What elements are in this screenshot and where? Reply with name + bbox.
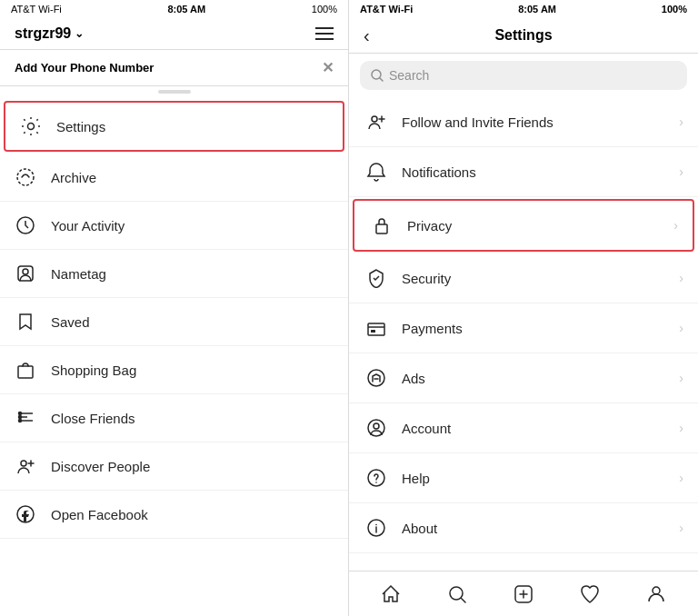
settings-header: ‹ Settings [349, 18, 698, 54]
chevron-right-icon: › [679, 114, 683, 129]
menu-item-archive[interactable]: Archive [0, 154, 348, 202]
svg-point-16 [372, 116, 377, 122]
svg-point-1 [17, 169, 34, 185]
shopping-bag-label: Shopping Bag [51, 363, 136, 378]
help-icon [364, 465, 389, 491]
left-time: 8:05 AM [167, 4, 205, 15]
saved-label: Saved [51, 314, 90, 330]
nametag-label: Nametag [51, 266, 106, 282]
settings-title: Settings [494, 27, 552, 44]
help-label: Help [402, 471, 679, 486]
notifications-icon [364, 159, 389, 184]
chevron-right-icon: › [679, 321, 683, 335]
drag-handle [158, 90, 191, 94]
security-icon [364, 265, 389, 291]
follow-invite-icon [364, 109, 389, 134]
search-bar[interactable]: Search [360, 61, 687, 90]
search-nav-icon[interactable] [439, 576, 475, 612]
svg-rect-17 [376, 224, 387, 233]
menu-item-shopping-bag[interactable]: Shopping Bag [0, 346, 348, 394]
menu-list: Settings Archive Your Activity [0, 99, 348, 616]
settings-icon [20, 115, 42, 137]
svg-rect-5 [18, 366, 33, 378]
menu-item-your-activity[interactable]: Your Activity [0, 202, 348, 250]
logins-section-header: Logins [349, 553, 698, 571]
chevron-right-icon: › [679, 471, 683, 485]
discover-people-icon [15, 455, 36, 477]
shopping-bag-icon [15, 359, 36, 381]
svg-line-29 [462, 598, 466, 602]
close-friends-icon [15, 407, 36, 429]
svg-rect-18 [368, 323, 384, 335]
home-nav-icon[interactable] [373, 576, 409, 612]
menu-item-discover-people[interactable]: Discover People [0, 442, 348, 491]
right-battery: 100% [662, 4, 687, 15]
settings-item-ads[interactable]: Ads › [349, 353, 698, 403]
svg-point-20 [368, 370, 384, 386]
activity-label: Your Activity [51, 218, 125, 233]
chevron-down-icon: ⌄ [75, 27, 84, 40]
back-arrow-icon[interactable]: ‹ [364, 25, 370, 46]
close-icon[interactable]: ✕ [322, 59, 334, 76]
saved-icon [15, 311, 36, 333]
settings-item-notifications[interactable]: Notifications › [349, 147, 698, 197]
add-nav-icon[interactable] [505, 576, 542, 612]
archive-label: Archive [51, 170, 96, 185]
username-label: strgzr99 [15, 25, 71, 42]
svg-point-10 [19, 416, 22, 419]
chevron-right-icon: › [679, 371, 683, 385]
discover-people-label: Discover People [51, 459, 150, 474]
settings-item-help[interactable]: Help › [349, 453, 698, 503]
svg-point-22 [374, 423, 379, 429]
notifications-label: Notifications [402, 164, 679, 180]
archive-icon [15, 166, 36, 188]
chevron-right-icon: › [673, 218, 678, 233]
privacy-icon [369, 213, 394, 238]
menu-item-nametag[interactable]: Nametag [0, 250, 348, 298]
settings-list: Follow and Invite Friends › Notification… [349, 97, 698, 571]
notification-bar: Add Your Phone Number ✕ [0, 50, 348, 86]
profile-nav-icon[interactable] [638, 576, 674, 612]
bottom-nav [349, 571, 698, 616]
menu-item-close-friends[interactable]: Close Friends [0, 394, 348, 442]
ads-label: Ads [402, 371, 679, 386]
settings-item-privacy[interactable]: Privacy › [353, 199, 694, 252]
settings-item-payments[interactable]: Payments › [349, 303, 698, 353]
settings-item-about[interactable]: About › [349, 503, 698, 553]
svg-point-28 [450, 587, 463, 600]
left-panel: AT&T Wi-Fi 8:05 AM 100% strgzr99 ⌄ Add Y… [0, 0, 349, 616]
svg-point-24 [375, 482, 377, 483]
settings-label: Settings [56, 119, 105, 134]
svg-point-27 [375, 524, 377, 526]
search-icon [371, 69, 384, 82]
status-bar-right: AT&T Wi-Fi 8:05 AM 100% [349, 0, 698, 18]
svg-point-12 [21, 461, 26, 466]
svg-line-15 [380, 78, 383, 81]
settings-item-follow-invite[interactable]: Follow and Invite Friends › [349, 97, 698, 147]
account-label: Account [402, 421, 679, 436]
right-carrier: AT&T Wi-Fi [360, 4, 413, 15]
menu-item-open-facebook[interactable]: Open Facebook [0, 491, 348, 539]
ads-icon [364, 365, 389, 391]
menu-item-saved[interactable]: Saved [0, 298, 348, 346]
menu-item-settings[interactable]: Settings [4, 101, 344, 152]
svg-point-0 [28, 124, 35, 130]
follow-invite-label: Follow and Invite Friends [402, 114, 679, 130]
chevron-right-icon: › [679, 164, 683, 179]
account-icon [364, 415, 389, 441]
chevron-right-icon: › [679, 421, 683, 435]
svg-point-4 [23, 269, 28, 274]
settings-item-account[interactable]: Account › [349, 403, 698, 453]
nametag-icon [15, 263, 36, 284]
search-placeholder: Search [389, 68, 429, 83]
settings-item-security[interactable]: Security › [349, 253, 698, 303]
svg-rect-19 [371, 330, 375, 333]
left-carrier: AT&T Wi-Fi [11, 4, 62, 15]
right-panel: AT&T Wi-Fi 8:05 AM 100% ‹ Settings Searc… [349, 0, 698, 616]
hamburger-icon[interactable] [315, 27, 334, 40]
heart-nav-icon[interactable] [572, 576, 608, 612]
username-row[interactable]: strgzr99 ⌄ [15, 25, 84, 42]
svg-point-9 [19, 412, 22, 415]
svg-point-11 [19, 420, 22, 422]
about-label: About [402, 521, 679, 536]
